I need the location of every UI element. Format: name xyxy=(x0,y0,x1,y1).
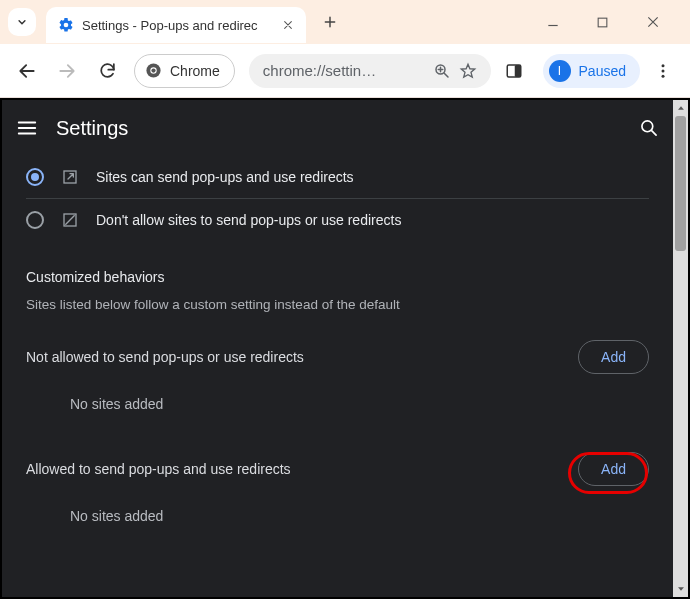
tab-close-button[interactable] xyxy=(280,17,296,33)
chrome-chip-label: Chrome xyxy=(170,63,220,79)
browser-toolbar: Chrome chrome://settin… I Paused xyxy=(0,44,690,98)
chevron-down-icon xyxy=(676,584,686,594)
not-allowed-section: Not allowed to send pop-ups or use redir… xyxy=(26,340,649,374)
zoom-icon xyxy=(433,62,451,80)
page-title: Settings xyxy=(56,117,128,140)
side-panel-button[interactable] xyxy=(497,54,531,88)
bookmark-button[interactable] xyxy=(459,62,477,80)
radio-allow-popups[interactable]: Sites can send pop-ups and use redirects xyxy=(26,156,649,199)
back-button[interactable] xyxy=(10,54,44,88)
svg-rect-6 xyxy=(514,65,520,77)
omnibox[interactable]: chrome://settin… xyxy=(249,54,491,88)
allowed-empty: No sites added xyxy=(70,508,649,524)
settings-content: Sites can send pop-ups and use redirects… xyxy=(2,156,673,597)
popup-block-icon xyxy=(62,212,78,228)
scroll-up-button[interactable] xyxy=(673,100,688,116)
app-bar: Settings xyxy=(2,100,673,156)
radio-button[interactable] xyxy=(26,211,44,229)
not-allowed-empty: No sites added xyxy=(70,396,649,412)
menu-button[interactable] xyxy=(16,117,38,139)
chrome-icon xyxy=(145,62,162,79)
radio-button[interactable] xyxy=(26,168,44,186)
omnibox-url: chrome://settin… xyxy=(263,62,425,79)
tab-strip: Settings - Pop-ups and redirec xyxy=(0,0,690,44)
settings-page: Settings Sites can send pop-ups and use … xyxy=(0,98,690,599)
profile-chip[interactable]: I Paused xyxy=(543,54,640,88)
allowed-section: Allowed to send pop-ups and use redirect… xyxy=(26,452,649,486)
radio-label: Don't allow sites to send pop-ups or use… xyxy=(96,212,401,228)
radio-block-popups[interactable]: Don't allow sites to send pop-ups or use… xyxy=(26,199,649,241)
popup-allow-icon xyxy=(62,169,78,185)
reload-button[interactable] xyxy=(90,54,124,88)
side-panel-icon xyxy=(505,62,523,80)
scrollbar[interactable] xyxy=(673,100,688,597)
window-controls xyxy=(546,0,684,44)
new-tab-button[interactable] xyxy=(316,8,344,36)
custom-behaviors-sub: Sites listed below follow a custom setti… xyxy=(26,297,649,312)
svg-point-10 xyxy=(642,121,653,132)
arrow-left-icon xyxy=(17,61,37,81)
chrome-chip[interactable]: Chrome xyxy=(134,54,235,88)
star-icon xyxy=(459,62,477,80)
scroll-track[interactable] xyxy=(673,116,688,581)
gear-icon xyxy=(58,17,74,33)
reload-icon xyxy=(98,61,117,80)
minimize-icon xyxy=(546,15,560,29)
not-allowed-title: Not allowed to send pop-ups or use redir… xyxy=(26,349,304,365)
scroll-down-button[interactable] xyxy=(673,581,688,597)
scroll-thumb[interactable] xyxy=(675,116,686,251)
overflow-menu-button[interactable] xyxy=(646,54,680,88)
tab-title: Settings - Pop-ups and redirec xyxy=(82,18,272,33)
search-icon xyxy=(639,118,659,138)
maximize-icon xyxy=(596,16,609,29)
add-allowed-button[interactable]: Add xyxy=(578,452,649,486)
avatar: I xyxy=(549,60,571,82)
plus-icon xyxy=(323,15,337,29)
chevron-down-icon xyxy=(15,15,29,29)
maximize-button[interactable] xyxy=(596,16,624,29)
radio-label: Sites can send pop-ups and use redirects xyxy=(96,169,354,185)
close-window-button[interactable] xyxy=(646,15,674,29)
svg-point-8 xyxy=(662,69,665,72)
chevron-up-icon xyxy=(676,103,686,113)
close-icon xyxy=(646,15,660,29)
svg-point-9 xyxy=(662,74,665,77)
kebab-icon xyxy=(654,62,672,80)
profile-status: Paused xyxy=(579,63,626,79)
custom-behaviors-header: Customized behaviors xyxy=(26,269,649,285)
zoom-indicator[interactable] xyxy=(433,62,451,80)
hamburger-icon xyxy=(16,117,38,139)
svg-rect-0 xyxy=(598,18,607,27)
settings-search-button[interactable] xyxy=(639,118,659,138)
browser-tab[interactable]: Settings - Pop-ups and redirec xyxy=(46,7,306,43)
svg-point-3 xyxy=(151,68,155,72)
arrow-right-icon xyxy=(57,61,77,81)
forward-button[interactable] xyxy=(50,54,84,88)
close-icon xyxy=(283,20,293,30)
svg-point-7 xyxy=(662,64,665,67)
tab-search-button[interactable] xyxy=(8,8,36,36)
minimize-button[interactable] xyxy=(546,15,574,29)
add-not-allowed-button[interactable]: Add xyxy=(578,340,649,374)
allowed-title: Allowed to send pop-ups and use redirect… xyxy=(26,461,291,477)
